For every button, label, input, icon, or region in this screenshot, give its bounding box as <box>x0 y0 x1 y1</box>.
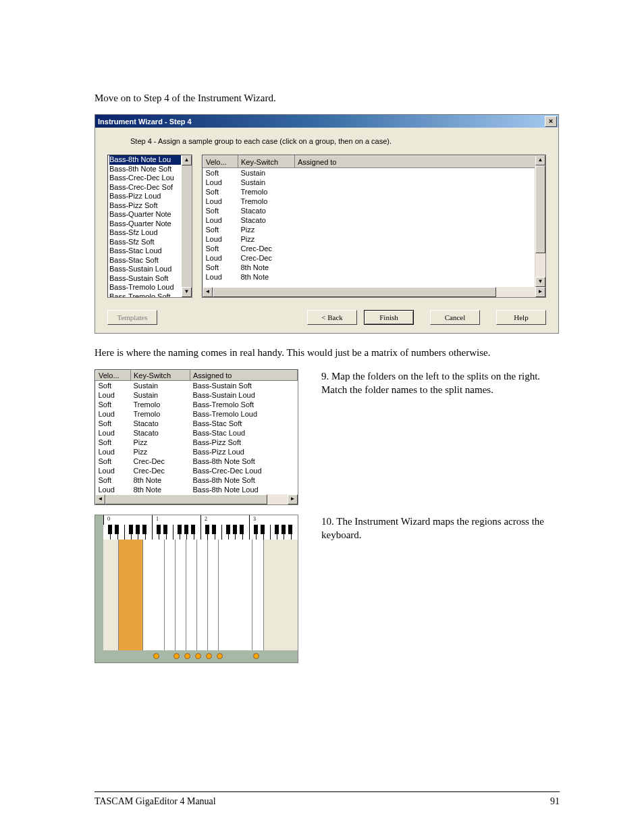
black-key[interactable] <box>240 525 244 534</box>
table-row[interactable]: SoftCrec-Dec <box>203 244 545 253</box>
table-row[interactable]: LoudPizz <box>203 234 545 244</box>
black-key[interactable] <box>191 525 195 534</box>
case-hscroll[interactable]: ◄ ► <box>203 287 545 297</box>
list-item[interactable]: Bass-Tremolo Loud <box>109 283 192 292</box>
list-item[interactable]: Bass-Tremolo Soft <box>109 292 192 298</box>
close-icon[interactable]: × <box>545 116 557 127</box>
black-key[interactable] <box>163 525 167 534</box>
black-key[interactable] <box>115 525 119 534</box>
table-row[interactable]: LoudCrec-DecBass-Crec-Dec Loud <box>96 466 298 475</box>
list-item[interactable]: Bass-Sfz Loud <box>109 228 192 238</box>
list-item[interactable]: Bass-Pizz Soft <box>109 201 192 211</box>
table-row[interactable]: SoftStacatoBass-Stac Soft <box>96 419 298 428</box>
table-row[interactable]: SoftPizz <box>203 225 545 234</box>
black-key[interactable] <box>275 525 279 534</box>
hscroll-thumb[interactable] <box>213 287 496 297</box>
black-key[interactable] <box>178 525 182 534</box>
black-key[interactable] <box>281 525 286 534</box>
case-vscroll[interactable]: ▲ ▼ <box>535 155 545 287</box>
list-item[interactable]: Bass-Crec-Dec Lou <box>109 174 192 183</box>
list-item[interactable]: Bass-Stac Soft <box>109 256 192 265</box>
black-key[interactable] <box>129 525 133 534</box>
scroll-up-icon[interactable]: ▲ <box>182 155 192 165</box>
table-row[interactable]: SoftPizzBass-Pizz Soft <box>96 438 298 447</box>
black-key[interactable] <box>288 525 292 534</box>
list-item[interactable]: Bass-Stac Loud <box>109 246 192 256</box>
list-item[interactable]: Bass-Quarter Note <box>109 210 192 219</box>
table-row[interactable]: SoftStacato <box>203 206 545 215</box>
scroll-down-icon[interactable]: ▼ <box>535 277 545 287</box>
black-key[interactable] <box>212 525 216 534</box>
table-row[interactable]: LoudTremolo <box>203 197 545 206</box>
table-row[interactable]: SoftSustain <box>203 168 545 178</box>
table-row[interactable]: LoudPizzBass-Pizz Loud <box>96 447 298 457</box>
black-key[interactable] <box>142 525 146 534</box>
column-header[interactable]: Velo... <box>96 370 131 380</box>
hscroll-thumb[interactable] <box>105 494 267 504</box>
table-row[interactable]: LoudStacatoBass-Stac Loud <box>96 428 298 438</box>
table-row[interactable]: LoudStacato <box>203 215 545 225</box>
scroll-left-icon[interactable]: ◄ <box>95 494 105 504</box>
listbox-scrollbar[interactable]: ▲ ▼ <box>181 155 192 297</box>
list-item[interactable]: Bass-8th Note Soft <box>109 165 192 174</box>
table-row[interactable]: SoftCrec-DecBass-8th Note Soft <box>96 457 298 466</box>
column-header[interactable]: Key-Switch <box>131 370 190 380</box>
table-row[interactable]: Soft8th Note <box>203 263 545 272</box>
black-key[interactable] <box>261 525 265 534</box>
black-key[interactable] <box>108 525 112 534</box>
sample-group-listbox[interactable]: Bass-8th Note LouBass-8th Note SoftBass-… <box>107 155 192 298</box>
scroll-down-icon[interactable]: ▼ <box>182 287 192 297</box>
back-button[interactable]: < Back <box>307 310 357 325</box>
list-item[interactable]: Bass-8th Note Lou <box>109 155 192 165</box>
scroll-left-icon[interactable]: ◄ <box>203 287 213 297</box>
table-row[interactable]: SoftSustainBass-Sustain Soft <box>96 380 298 390</box>
finish-button[interactable]: Finish <box>364 310 414 325</box>
region-marker-icon[interactable] <box>195 653 201 659</box>
region[interactable] <box>118 540 144 650</box>
table-row[interactable]: Loud8th Note <box>203 272 545 282</box>
column-header[interactable]: Assigned to <box>190 370 298 380</box>
keyboard-region-map[interactable]: 0123 <box>95 515 298 663</box>
list-item[interactable]: Bass-Crec-Dec Sof <box>109 183 192 192</box>
black-key[interactable] <box>136 525 140 534</box>
table-row[interactable]: Loud8th NoteBass-8th Note Loud <box>96 485 298 494</box>
case-table[interactable]: Velo...Key-SwitchAssigned to SoftSustain… <box>202 155 546 298</box>
region[interactable] <box>218 540 253 650</box>
vscroll-thumb[interactable] <box>535 165 545 253</box>
cancel-button[interactable]: Cancel <box>430 310 480 325</box>
table-row[interactable]: LoudSustainBass-Sustain Loud <box>96 390 298 400</box>
scroll-right-icon[interactable]: ► <box>288 494 298 504</box>
region-marker-icon[interactable] <box>253 653 259 659</box>
list-item[interactable]: Bass-Sustain Soft <box>109 274 192 284</box>
list-item[interactable]: Bass-Sustain Loud <box>109 265 192 274</box>
region[interactable] <box>142 540 165 650</box>
black-key[interactable] <box>254 525 258 534</box>
list-item[interactable]: Bass-Pizz Loud <box>109 192 192 201</box>
templates-button[interactable]: Templates <box>107 310 157 325</box>
column-header[interactable]: Key-Switch <box>238 156 295 168</box>
table-row[interactable]: LoudSustain <box>203 178 545 187</box>
region[interactable] <box>252 540 264 650</box>
region-marker-icon[interactable] <box>217 653 223 659</box>
wizard-titlebar[interactable]: Instrument Wizard - Step 4 × <box>95 115 558 128</box>
table-row[interactable]: Soft8th NoteBass-8th Note Soft <box>96 475 298 485</box>
black-key[interactable] <box>157 525 161 534</box>
region-marker-icon[interactable] <box>173 653 180 659</box>
black-key[interactable] <box>205 525 209 534</box>
black-key[interactable] <box>184 525 188 534</box>
column-header[interactable]: Velo... <box>203 156 238 168</box>
table-row[interactable]: LoudTremoloBass-Tremolo Loud <box>96 409 298 419</box>
black-key[interactable] <box>233 525 237 534</box>
scroll-up-icon[interactable]: ▲ <box>535 155 545 165</box>
table-row[interactable]: SoftTremolo <box>203 187 545 197</box>
list-item[interactable]: Bass-Quarter Note <box>109 219 192 229</box>
black-key[interactable] <box>226 525 230 534</box>
scroll-right-icon[interactable]: ► <box>535 287 545 297</box>
column-header[interactable]: Assigned to <box>295 156 545 168</box>
region-marker-icon[interactable] <box>153 653 159 659</box>
table-row[interactable]: SoftTremoloBass-Tremolo Soft <box>96 400 298 409</box>
assigned-hscroll[interactable]: ◄ ► <box>95 494 298 504</box>
help-button[interactable]: Help <box>496 310 546 325</box>
region-marker-icon[interactable] <box>206 653 212 659</box>
list-item[interactable]: Bass-Sfz Soft <box>109 238 192 247</box>
